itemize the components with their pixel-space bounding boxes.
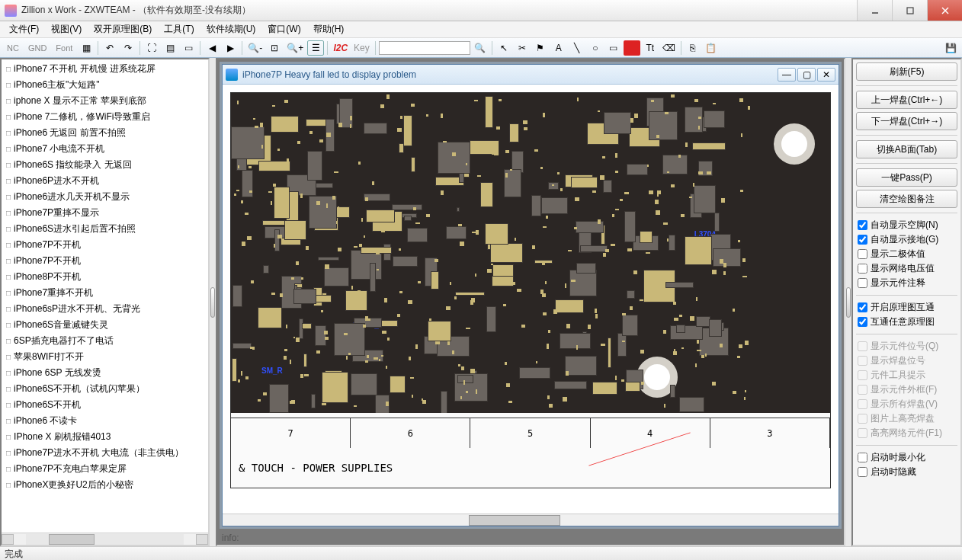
list-item[interactable]: iPhone6P进水不开机 [2,173,208,189]
tool-save-icon[interactable]: 💾 [942,40,959,56]
prev-pad-button[interactable]: 上一焊盘(Ctrl+←) [856,91,957,109]
option-checkbox[interactable]: 自动显示空脚(N) [856,218,957,232]
splitter-right[interactable] [845,58,851,546]
tool-i2c[interactable]: I2C [331,40,350,56]
option-checkbox[interactable]: 启动时隐藏 [856,465,957,479]
menu-help[interactable]: 帮助(H) [307,21,351,37]
refresh-button[interactable]: 刷新(F5) [856,62,957,81]
menu-view[interactable]: 视图(V) [45,21,88,37]
list-item[interactable]: iPhone7P不开机 [2,253,208,269]
sidebar-hscroll[interactable] [2,533,208,545]
list-item[interactable]: iPhone6S不开机（试机闪苹果） [2,381,208,397]
doc-minimize-button[interactable]: — [778,68,796,82]
option-checkbox[interactable]: 显示二极体值 [856,247,957,261]
tool-nc[interactable]: NC [3,40,23,56]
tool-tt[interactable]: Tt [642,40,659,56]
tool-layers-icon[interactable]: ▦ [78,40,95,56]
tool-pointer-icon[interactable]: ↖ [495,40,512,56]
tool-zoomfit-icon[interactable]: ⊡ [266,40,283,56]
list-item[interactable]: iPhone7P重摔不显示 [2,205,208,221]
tool-grid-icon[interactable]: ▤ [162,40,178,56]
option-checkbox[interactable]: 互通任意原理图 [856,315,957,329]
checkbox-input[interactable] [858,249,867,259]
tool-zoomin-icon[interactable]: 🔍+ [284,40,306,56]
tool-eraser-icon[interactable]: ⌫ [660,40,678,56]
scroll-left-arrow-icon[interactable] [2,534,14,545]
list-item[interactable]: IPhone X 刷机报错4013 [2,429,208,445]
tool-back-icon[interactable]: ◀ [204,40,220,56]
doc-maximize-button[interactable]: ▢ [797,68,816,82]
clear-anno-button[interactable]: 清空绘图备注 [856,190,957,208]
menu-renew[interactable]: 软件续期(U) [200,21,262,37]
next-pad-button[interactable]: 下一焊盘(Ctrl+→) [856,112,957,130]
list-item[interactable]: iPhone7P不充电白苹果定屏 [2,461,208,477]
tool-select-icon[interactable]: ▭ [180,40,197,56]
list-item[interactable]: iPhone7P不开机 [2,237,208,253]
option-checkbox[interactable]: 开启原理图互通 [856,300,957,315]
list-item[interactable]: iPhone8P不开机 [2,269,208,285]
tool-gnd[interactable]: GND [24,40,50,56]
splitter-left[interactable] [210,58,216,546]
list-item[interactable]: iPhone6 不读卡 [2,413,208,429]
tool-font[interactable]: Font [52,40,76,56]
list-item[interactable]: iPhone6进水几天开机不显示 [2,189,208,205]
pcb-board[interactable]: L3704 SM_R SMPA_ [231,93,830,413]
one-pass-button[interactable]: 一键Pass(P) [856,168,957,187]
maximize-button[interactable] [892,0,927,21]
pcb-view[interactable]: L3704 SM_R SMPA_ 76543 & TOUCH - POWER S… [230,92,831,488]
list-item[interactable]: iPhone7P进水不开机 大电流（非主供电） [2,445,208,461]
checkbox-input[interactable] [858,302,867,312]
option-checkbox[interactable]: 显示网络电压值 [856,261,957,276]
menu-dualopen[interactable]: 双开原理图(B) [88,21,158,37]
checkbox-input[interactable] [858,317,867,327]
list-item[interactable]: iPhone 6SP 无线发烫 [2,365,208,381]
switch-ab-button[interactable]: 切换AB面(Tab) [856,140,957,158]
list-item[interactable]: iPhone7 小电流不开机 [2,141,208,157]
tool-paste-icon[interactable]: 📋 [703,40,720,56]
list-item[interactable]: iPhoneX更换好U2后的小秘密 [2,477,208,493]
checkbox-input[interactable] [858,235,867,245]
tool-rect-icon[interactable]: ▭ [605,40,622,56]
toolbar-search-input[interactable] [379,41,470,55]
option-checkbox[interactable]: 启动时最小化 [856,450,957,465]
list-item[interactable]: iPhone7重摔不开机 [2,285,208,301]
menu-file[interactable]: 文件(F) [3,21,45,37]
tool-undo-icon[interactable]: ↶ [101,40,118,56]
tool-search-icon[interactable]: 🔍 [472,40,489,56]
issue-list[interactable]: iPhone7 不开机 开机慢 进系统花屏iPhone6主板"大短路"iphon… [2,59,208,533]
list-item[interactable]: 苹果8WIFI打不开 [2,349,208,365]
list-item[interactable]: iPhone6主板"大短路" [2,77,208,93]
tool-zoomout-icon[interactable]: 🔍- [245,40,265,56]
tool-flag-icon[interactable]: ⚑ [532,40,549,56]
tool-color-red[interactable] [624,40,640,56]
doc-close-button[interactable]: ✕ [817,68,835,82]
scroll-thumb[interactable] [49,534,95,545]
checkbox-input[interactable] [858,467,867,477]
list-item[interactable]: iPhone6S 指纹能录入 无返回 [2,157,208,173]
menu-window[interactable]: 窗口(W) [261,21,306,37]
tool-crop-icon[interactable]: ✂ [514,40,531,56]
checkbox-input[interactable] [858,453,867,462]
menu-tools[interactable]: 工具(T) [158,21,200,37]
tool-redo-icon[interactable]: ↷ [120,40,136,56]
document-content[interactable]: L3704 SM_R SMPA_ 76543 & TOUCH - POWER S… [223,85,839,526]
checkbox-input[interactable] [858,220,867,230]
tool-fwd-icon[interactable]: ▶ [222,40,239,56]
tool-copy-icon[interactable]: ⎘ [685,40,701,56]
scroll-right-arrow-icon[interactable] [196,534,208,545]
close-button[interactable] [927,0,962,21]
checkbox-input[interactable] [858,278,867,288]
list-item[interactable]: iPhone6sP进水不开机、无背光 [2,301,208,317]
list-item[interactable]: iphone X 显示不正常 苹果到底部 [2,93,208,109]
option-checkbox[interactable]: 自动显示接地(G) [856,232,957,247]
tool-text-a-icon[interactable]: A [550,40,567,56]
list-item[interactable]: 6SP插充电器打不了电话 [2,333,208,349]
list-item[interactable]: iPhone6S不开机 [2,397,208,413]
tool-line-icon[interactable]: ╲ [569,40,585,56]
doc-scroll-thumb[interactable] [469,515,560,526]
option-checkbox[interactable]: 显示元件注释 [856,276,957,290]
document-hscroll[interactable] [223,514,839,526]
minimize-button[interactable] [857,0,892,21]
list-item[interactable]: iPhone6S进水引起后置不拍照 [2,221,208,237]
list-item[interactable]: iPhone6 无返回 前置不拍照 [2,125,208,141]
